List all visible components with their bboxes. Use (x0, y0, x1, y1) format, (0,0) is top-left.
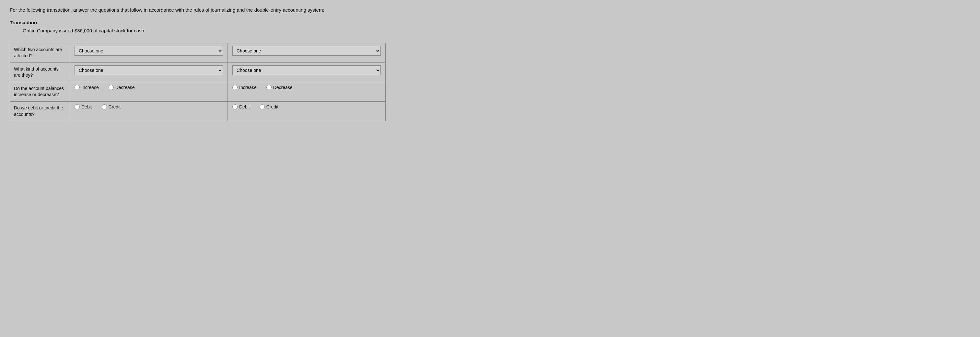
increase-option-1[interactable]: Increase (75, 85, 99, 90)
credit-option-1[interactable]: Credit (102, 104, 121, 109)
intro-text-before: For the following transaction, answer th… (10, 7, 211, 13)
transaction-label: Transaction: (10, 20, 970, 25)
debit-word: debit (28, 105, 38, 111)
answer-section-col2: Choose one Cash Capital Stock Accounts R… (228, 43, 385, 62)
debit-option-1[interactable]: Debit (75, 104, 92, 109)
question-label-debitcredit: Do we debit or credit the accounts? (10, 102, 70, 121)
decrease-radio-2[interactable] (266, 85, 272, 90)
intro-colon: : (323, 7, 324, 13)
intro-and: and the (235, 7, 254, 13)
debit-label-1: Debit (81, 104, 92, 109)
intro-paragraph: For the following transaction, answer th… (10, 6, 970, 14)
answer-section-col1: Choose one Cash Capital Stock Accounts R… (70, 43, 228, 62)
debit-option-2[interactable]: Debit (232, 104, 250, 109)
debit-radio-2[interactable] (232, 104, 237, 109)
credit-radio-2[interactable] (259, 104, 265, 109)
increase-radio-1[interactable] (75, 85, 80, 90)
debitcredit-radio-group-1: Debit Credit (75, 104, 223, 109)
table-row: What kind of accounts are they? Choose o… (10, 63, 385, 82)
account-kind-col1: Choose one Asset Liability Stockholders'… (70, 63, 228, 82)
double-entry-text: double-entry accounting system (255, 7, 323, 13)
decrease-label-2: Decrease (273, 85, 293, 90)
account2-select[interactable]: Choose one Cash Capital Stock Accounts R… (232, 46, 381, 56)
increase-radio-2[interactable] (232, 85, 237, 90)
increase-label-2: Increase (239, 85, 257, 90)
balance-radio-group-2: Increase Decrease (232, 85, 381, 90)
decrease-label-1: Decrease (115, 85, 135, 90)
credit-radio-1[interactable] (102, 104, 107, 109)
question-label-accounts: Which two accounts are affected? (10, 43, 70, 62)
increase-option-2[interactable]: Increase (232, 85, 257, 90)
decrease-option-2[interactable]: Decrease (266, 85, 293, 90)
account-kind1-select[interactable]: Choose one Asset Liability Stockholders'… (75, 65, 223, 75)
credit-option-2[interactable]: Credit (259, 104, 278, 109)
account1-select[interactable]: Choose one Cash Capital Stock Accounts R… (75, 46, 223, 56)
account-kind-col2: Choose one Asset Liability Stockholders'… (228, 63, 385, 82)
balance-radio-group-1: Increase Decrease (75, 85, 223, 90)
decrease-option-1[interactable]: Decrease (108, 85, 135, 90)
question-label-kind: What kind of accounts are they? (10, 63, 70, 82)
credit-label-2: Credit (266, 104, 278, 109)
debitcredit-col2: Debit Credit (228, 102, 385, 121)
question-label-balance: Do the account balances increase or decr… (10, 82, 70, 101)
table-row: Do the account balances increase or decr… (10, 82, 385, 102)
table-row: Which two accounts are affected? Choose … (10, 43, 385, 63)
balance-col2: Increase Decrease (228, 82, 385, 101)
debit-label-2: Debit (239, 104, 250, 109)
account-kind2-select[interactable]: Choose one Asset Liability Stockholders'… (232, 65, 381, 75)
credit-label-1: Credit (108, 104, 121, 109)
transaction-detail: Griffin Company issued $36,000 of capita… (23, 28, 970, 33)
journalizing-text: journalizing (211, 7, 235, 13)
cash-text: cash (134, 28, 144, 33)
increase-label-1: Increase (81, 85, 99, 90)
credit-word: credit (45, 105, 56, 111)
decrease-radio-1[interactable] (108, 85, 114, 90)
table-row: Do we debit or credit the accounts? Debi… (10, 102, 385, 121)
debit-radio-1[interactable] (75, 104, 80, 109)
question-table: Which two accounts are affected? Choose … (10, 43, 386, 122)
debitcredit-radio-group-2: Debit Credit (232, 104, 381, 109)
balance-col1: Increase Decrease (70, 82, 228, 101)
debitcredit-col1: Debit Credit (70, 102, 228, 121)
